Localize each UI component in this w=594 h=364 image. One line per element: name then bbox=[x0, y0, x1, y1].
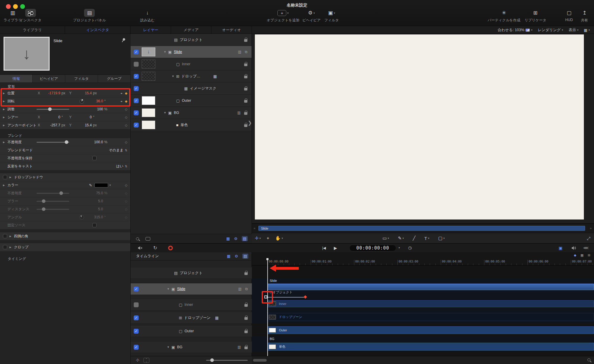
scale-row[interactable]: ▶ 調整 100 % ◇ bbox=[0, 105, 130, 113]
lock-icon[interactable] bbox=[244, 88, 247, 90]
keyframe-icon[interactable]: ◇ bbox=[125, 215, 127, 219]
timeline-row-inner[interactable]: ▢ Inner bbox=[131, 299, 252, 311]
shadow-opacity-row[interactable]: 不透明度 75.0 % ◇ bbox=[0, 189, 130, 197]
keyframe-icon[interactable]: ◇ bbox=[125, 199, 127, 203]
visibility-checkbox[interactable]: ✓ bbox=[134, 86, 139, 91]
anchor-tool-button[interactable]: ⌖ bbox=[267, 236, 269, 241]
checkerboard-toggle-icon[interactable]: ▦ bbox=[227, 254, 230, 258]
lock-icon[interactable] bbox=[244, 330, 248, 333]
lock-icon[interactable] bbox=[244, 39, 247, 42]
tab-layers[interactable]: レイヤー bbox=[131, 26, 171, 34]
lock-icon[interactable] bbox=[244, 76, 247, 78]
timeline-row-project[interactable]: ▤ プロジェクト bbox=[131, 267, 252, 279]
layer-row-project[interactable]: ▤ プロジェクト bbox=[131, 34, 252, 46]
timeline-zoom-slider[interactable] bbox=[206, 360, 248, 361]
shear-row[interactable]: ▶ シアー X 0 ° Y 0 ° ◇ bbox=[0, 113, 130, 121]
opacity-row[interactable]: ▶ 不透明度 100.0 % ◇ bbox=[0, 138, 130, 146]
keyframe-icon[interactable]: ◇ bbox=[125, 123, 127, 127]
layer-row-outer[interactable]: ✓ ▢ Outer bbox=[131, 95, 252, 107]
filters-button[interactable]: ▣▾ フィルタ bbox=[324, 9, 339, 23]
shape-tool-button[interactable]: ▢▾ bbox=[438, 236, 445, 241]
line-tool-button[interactable]: ╱ bbox=[413, 236, 416, 241]
disclosure-expanded-icon[interactable]: ▼ bbox=[167, 346, 170, 349]
rect-mask-tool-button[interactable]: ▭▾ bbox=[383, 236, 389, 241]
eyedropper-icon[interactable]: ✎ bbox=[89, 183, 92, 187]
lock-closed-icon[interactable] bbox=[244, 112, 247, 115]
shear-x-value[interactable]: 0 bbox=[41, 115, 60, 119]
visibility-checkbox[interactable]: ✓ bbox=[134, 287, 139, 292]
subtab-info[interactable]: 情報 bbox=[0, 75, 33, 83]
shadow-angle-value[interactable]: 315.0 bbox=[86, 215, 103, 219]
timeline-row-slide[interactable]: ✓ ▼ ▣ Slide ▥⧉ bbox=[131, 283, 252, 295]
fullscreen-icon[interactable]: ⤢ bbox=[587, 236, 590, 241]
visibility-checkbox[interactable]: ✓ bbox=[134, 329, 139, 334]
opacity-slider[interactable] bbox=[37, 142, 69, 143]
track-bar-dropzone[interactable]: ドロップゾーン bbox=[267, 313, 594, 321]
disclosure-expanded-icon[interactable]: ▼ bbox=[164, 50, 166, 53]
mute-audio-icon[interactable] bbox=[138, 246, 143, 251]
four-corner-row[interactable]: ▶ 四隅の角 bbox=[0, 232, 130, 240]
timecode-display[interactable]: 00:00:00:00 bbox=[349, 245, 396, 251]
fixed-source-checkbox[interactable] bbox=[92, 223, 97, 227]
playhead[interactable] bbox=[267, 258, 268, 356]
isolate-icon[interactable]: ▥ bbox=[238, 50, 241, 54]
behaviors-button[interactable]: ⚙▾ ビヘイビア bbox=[302, 9, 320, 23]
lock-icon[interactable] bbox=[244, 317, 248, 320]
scale-value[interactable]: 100 bbox=[86, 107, 103, 111]
replicator-button[interactable]: ⊞ リプリケータ bbox=[525, 9, 546, 23]
previous-frame-button[interactable]: |◀ bbox=[322, 246, 326, 250]
zoom-fit-dropdown[interactable]: 合わせる: 103%▾ bbox=[498, 28, 533, 33]
shadow-angle-dial[interactable] bbox=[80, 215, 84, 220]
cast-reflection-row[interactable]: 反射をキャスト はい ⇅ bbox=[0, 162, 130, 170]
visibility-checkbox[interactable]: ✓ bbox=[134, 345, 139, 350]
record-button[interactable] bbox=[168, 246, 173, 250]
lock-icon[interactable] bbox=[244, 304, 248, 307]
shadow-distance-value[interactable]: 5.0 bbox=[86, 207, 103, 211]
track-options-icon[interactable]: ⊞ bbox=[588, 253, 590, 257]
layer-row-solid[interactable]: ✓ ■ 単色 bbox=[131, 119, 252, 131]
disclosure-icon[interactable]: ▶ bbox=[3, 124, 7, 127]
skimming-icon[interactable]: ⋘ bbox=[583, 246, 589, 250]
canvas-stage[interactable] bbox=[255, 34, 584, 220]
search-icon[interactable] bbox=[136, 237, 139, 240]
shadow-color-swatch[interactable] bbox=[94, 183, 108, 187]
keyframe-icon[interactable]: ◇ bbox=[125, 207, 127, 211]
anchor-point-row[interactable]: ▶ アンカーポイント X -257.7 px Y 15.4 px ◇ bbox=[0, 121, 130, 129]
drop-shadow-header-row[interactable]: ▶ ドロップシャドウ bbox=[0, 173, 130, 181]
link-icon[interactable]: ⧉ bbox=[245, 50, 247, 54]
hud-button[interactable]: ▢ HUD bbox=[564, 9, 574, 22]
audio-icon[interactable] bbox=[571, 246, 576, 251]
add-object-button[interactable]: ＋▾ オブジェクトを追加 bbox=[267, 9, 299, 23]
visibility-checkbox[interactable] bbox=[134, 62, 139, 67]
disclosure-icon[interactable]: ▶ bbox=[3, 184, 7, 187]
tab-library[interactable]: ライブラリ bbox=[0, 26, 65, 34]
import-button[interactable]: ↓ 読み込む bbox=[140, 9, 155, 23]
lock-closed-icon[interactable] bbox=[244, 346, 248, 349]
disclosure-expanded-icon[interactable]: ▼ bbox=[164, 111, 166, 114]
blend-mode-row[interactable]: ブレンドモード そのまま ⇅ bbox=[0, 146, 130, 154]
track-bar-inner[interactable]: Inner bbox=[267, 300, 594, 307]
duration-clock-icon[interactable]: ◷ bbox=[408, 245, 412, 250]
keyframe-icon[interactable]: ◇ bbox=[125, 140, 127, 144]
timeline-scrollbar[interactable] bbox=[252, 356, 594, 364]
goto-end-icon[interactable]: » bbox=[590, 226, 592, 230]
visibility-checkbox[interactable]: ✓ bbox=[134, 50, 139, 55]
transform-tool-button[interactable]: ✛▾ bbox=[255, 236, 261, 241]
layer-row-bg[interactable]: ✓ ▼ ▣ BG ▥ bbox=[131, 107, 252, 119]
shadow-blur-row[interactable]: ブラー 5.0 ◇ bbox=[0, 197, 130, 205]
lock-closed-icon[interactable] bbox=[244, 124, 247, 127]
visibility-checkbox[interactable]: ✓ bbox=[134, 123, 139, 128]
behaviors-gear-icon[interactable]: ⚙ bbox=[234, 236, 238, 241]
filmstrip-icon[interactable]: ▦ bbox=[580, 253, 583, 257]
scale-slider[interactable] bbox=[37, 109, 69, 110]
isolate-icon[interactable]: ▥ bbox=[238, 345, 241, 349]
disclosure-expanded-icon[interactable]: ▼ bbox=[167, 287, 170, 290]
link-icon[interactable]: ⧉ bbox=[245, 287, 248, 291]
subtab-filters[interactable]: フィルタ bbox=[65, 75, 98, 83]
shear-y-value[interactable]: 0 bbox=[73, 115, 92, 119]
layer-row-inner[interactable]: ▢ Inner bbox=[131, 58, 252, 70]
timeline-ruler[interactable]: 00:00:00:00 00:00:01:00 00:00:02:00 00:0… bbox=[252, 258, 594, 266]
track-bar-solid[interactable]: 単色 bbox=[267, 343, 594, 351]
layers-view-icon[interactable]: ▤ bbox=[242, 254, 248, 259]
crop-row[interactable]: ▶ クロップ bbox=[0, 243, 130, 251]
